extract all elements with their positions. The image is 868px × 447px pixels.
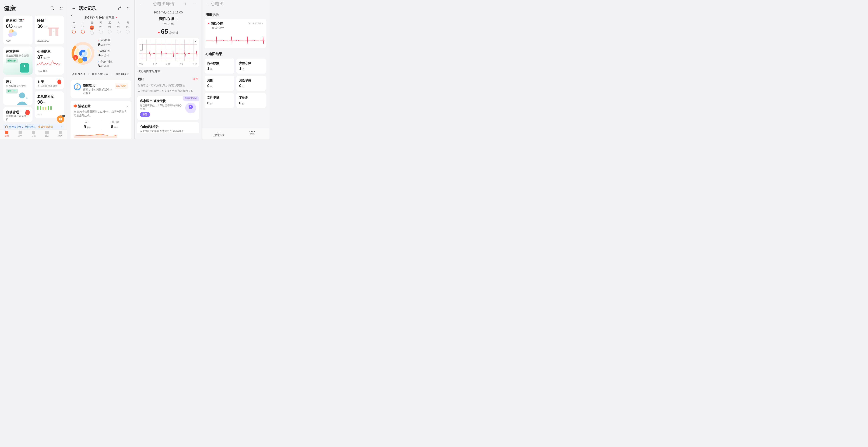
floating-action-button[interactable] [57, 115, 64, 123]
metric-distance: 距离 0.22 公里 [92, 72, 108, 76]
card-date: 4/19 心率 [37, 67, 61, 72]
screen-ecg-detail: ← 心电图详情 ⇪ ⋯ 2023年4月19日 11:00 窦性心律i 平均心率 … [134, 0, 202, 139]
route-icon[interactable] [117, 6, 121, 10]
back-button[interactable]: ← [140, 1, 144, 6]
heat-trend-chart [74, 129, 117, 138]
card-sleep[interactable]: 睡眠 36分钟 z z z 2022/11/17 [35, 15, 64, 44]
card-date: 4/19 [37, 111, 61, 116]
stat-exercise: 锻炼时长 0/20 分钟 [98, 49, 130, 57]
nav-device[interactable]: 设备 [40, 130, 54, 139]
result-cell[interactable]: 房颤0次 [205, 76, 234, 91]
person-icon [59, 131, 62, 134]
more-icon [249, 131, 255, 132]
header: 健康 [0, 0, 67, 14]
screen-health-dashboard: 健康 健康三叶草 0/3任务达成 4/19 体重管理 体 [0, 0, 67, 139]
blood-drop-icon [25, 110, 30, 115]
read-report-button[interactable]: 已解读报告 [202, 129, 235, 139]
card-stress[interactable]: 压力 压力检测 减压放松 放松一下 [3, 77, 33, 105]
add-symptom-button[interactable]: 添加 [193, 77, 198, 81]
card-subtitle: 体成分测量 饮食管理 [6, 54, 30, 57]
nav-sport[interactable]: 运动 [13, 130, 27, 139]
result-cell[interactable]: 窦性心律1次 [237, 59, 266, 74]
encouragement-card: 🚶 继续努力! 还差 9 小时就达成活动小时数了 标记站立 [70, 80, 131, 98]
header: ‹ 心电图 [202, 0, 269, 9]
info-icon[interactable]: i [175, 18, 178, 20]
card-weight[interactable]: 体重管理 体成分测量 饮食管理 编辑目标 [3, 46, 33, 75]
diamond-icon [32, 131, 35, 134]
result-cell[interactable]: 室性早搏0次 [205, 93, 234, 108]
more-button[interactable]: 更多 [235, 129, 269, 139]
result-cell[interactable]: 所有数据1次 [205, 59, 234, 74]
weight-loss-banner[interactable]: 📋 想瘦多少斤？ 立即评估， 生成专属计划 › [3, 124, 64, 129]
person-heart-icon [14, 92, 30, 105]
ecg-x-axis: 0 秒1 秒2 秒3 秒4 秒 [139, 61, 197, 65]
search-icon[interactable] [50, 6, 55, 10]
more-icon[interactable] [59, 6, 63, 10]
svg-line-1 [53, 9, 54, 10]
result-cell[interactable]: 房性早搏0次 [237, 76, 266, 91]
page-title: 健康 [4, 4, 51, 12]
ecg-report-card[interactable]: 心电解读报告 深度分析您的心电图并提供专业解读服务 [137, 122, 199, 133]
card-subtitle: 血糖检测 饮食运动分析 [6, 115, 30, 121]
svg-point-9 [12, 30, 14, 32]
scale-icon [20, 63, 29, 72]
avg-hr-label: 平均心率 [134, 22, 202, 26]
calendar-day[interactable]: 四20 [98, 21, 104, 35]
svg-point-23 [129, 9, 129, 9]
activity-heat-card[interactable]: 活动热量 › 当前的活动热量还差 221 千卡，我猜今天你肯定能全部达成。 今日… [70, 101, 131, 139]
card-blood-sugar[interactable]: 血糖管理 血糖检测 饮食运动分析 [3, 107, 33, 122]
card-health-clover[interactable]: 健康三叶草 0/3任务达成 4/19 [3, 15, 33, 44]
prev-week-button[interactable]: ‹ [71, 13, 72, 17]
card-title: 健康三叶草 [6, 19, 30, 23]
nav-member[interactable]: 会员 [27, 130, 40, 139]
calendar-day[interactable]: 三19 [89, 21, 95, 35]
doctor-promo-card[interactable]: 尊享守护服务 私家医生 健康无忧 您已拥有权益，立即激活请医生解析心电图 激活 [137, 96, 199, 120]
metric-steps: 步数 302 步 [72, 72, 85, 76]
nav-health[interactable]: 健康 [0, 130, 13, 139]
card-title: 心脏健康 [37, 49, 61, 54]
results-grid: 所有数据1次窦性心律1次房颤0次房性早搏0次室性早搏0次不确定0次 [202, 59, 269, 108]
calendar-day[interactable]: 六22 [116, 21, 122, 35]
calendar-day[interactable]: 五21 [106, 21, 113, 35]
edit-goal-button[interactable]: 编辑目标 [6, 58, 18, 63]
svg-text:z z z: z z z [53, 30, 57, 32]
avg-value: 上周日均 6千卡 [101, 121, 128, 129]
activity-rings-row: 🔥 ⏱ 🚶 活动热量 9/230 千卡 锻炼时长 0/20 分钟 活动小时数 3… [70, 37, 131, 71]
heart-icon: ♥ [208, 22, 210, 25]
chevron-right-icon: › [127, 104, 128, 108]
banner-icon: 📋 [5, 125, 8, 128]
symptoms-header: 症状 添加 [134, 75, 202, 83]
chevron-right-icon: › [61, 125, 62, 128]
card-blood-pressure[interactable]: 血压 血压测量 血压分析 [35, 77, 64, 89]
ecg-record-card[interactable]: ♥ 窦性心律 04/19 11:00 › 65 次/分钟 [205, 19, 266, 48]
calendar-day[interactable]: 二18 [80, 21, 86, 35]
nav-me[interactable]: 我的 [54, 130, 67, 139]
card-heart-health[interactable]: 心脏健康 87次/分钟 4/19 心率 [35, 46, 64, 75]
more-icon[interactable] [126, 6, 130, 10]
page-title: 活动记录 [79, 5, 115, 11]
more-icon[interactable]: ⋯ [193, 2, 197, 6]
back-button[interactable]: ← [71, 6, 76, 11]
calendar-strip: 一17二18三19四20五21六22日23 [67, 21, 134, 37]
result-cell[interactable]: 不确定0次 [237, 93, 266, 108]
svg-rect-24 [140, 44, 142, 50]
ecg-finding: 此心电图未见异常。 [134, 67, 202, 75]
calendar-day[interactable]: 一17 [71, 21, 77, 35]
activate-button[interactable]: 激活 [140, 112, 150, 117]
date-picker[interactable]: 2023年4月19日 星期三▾ [67, 13, 134, 21]
calendar-day[interactable]: 日23 [124, 21, 131, 35]
card-spo2[interactable]: 血氧饱和度 98% 4/19 [35, 92, 64, 118]
timestamp: 2023年4月19日 11:00 [134, 8, 202, 15]
svg-point-20 [127, 7, 128, 8]
caret-down-icon: ▾ [116, 16, 117, 19]
activity-stats: 活动热量 9/230 千卡 锻炼时长 0/20 分钟 活动小时数 3/12 小时 [98, 39, 130, 68]
mark-stand-button[interactable]: 标记站立 [115, 83, 128, 89]
header: ← 心电图详情 ⇪ ⋯ [134, 0, 202, 8]
back-button[interactable]: ‹ [206, 1, 208, 6]
records-title: 测量记录 [202, 9, 269, 19]
card-subtitle: 血压测量 血压分析 [37, 84, 61, 88]
svg-rect-11 [48, 28, 59, 28]
ecg-chart-card[interactable]: ⤢ 0 秒1 秒2 秒3 秒4 秒 [137, 38, 199, 67]
share-icon[interactable]: ⇪ [184, 2, 187, 6]
svg-point-5 [62, 9, 62, 10]
